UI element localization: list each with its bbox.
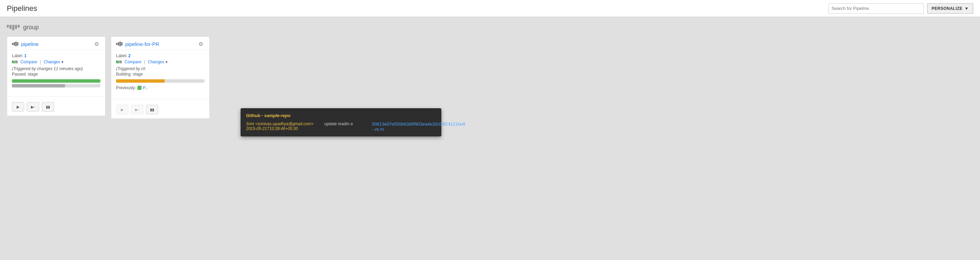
tooltip-hash-suffix[interactable]: m — [380, 127, 384, 132]
pause-button-1[interactable]: ▮▮ — [42, 102, 54, 112]
changes-tooltip: Github - sample-repo Srini <srinivas.upa… — [240, 108, 441, 136]
page-title: Pipelines — [7, 4, 37, 13]
pipeline-icon-2 — [116, 41, 123, 46]
search-input[interactable] — [829, 3, 924, 14]
pause-button-2[interactable]: ▮▮ — [146, 105, 158, 114]
previously-row-2: Previously: P... — [116, 85, 205, 90]
play-button-2[interactable]: ▶ — [116, 105, 128, 114]
pipelines-row: pipeline ⚙ Label: 1 Compare | Changes ▼ — [7, 37, 973, 119]
bar-icon-5 — [18, 25, 20, 27]
status-text-1: Passed: stage — [12, 72, 100, 77]
pipeline-card-2: pipeline-for-PR ⚙ Label: 2 Compare | Cha… — [111, 37, 210, 119]
card-title-area-2: pipeline-for-PR — [116, 41, 159, 47]
progress-area-2 — [116, 79, 205, 83]
bar-icon-3 — [12, 25, 14, 30]
compare-link-1[interactable]: Compare — [21, 59, 37, 64]
compare-icon-2 — [116, 61, 122, 63]
personalize-button[interactable]: PERSONALIZE ▼ — [927, 3, 973, 14]
group-icon — [7, 25, 20, 30]
group-name: group — [23, 24, 39, 31]
compare-icon-1 — [12, 61, 18, 63]
play-button-1[interactable]: ▶ — [12, 102, 24, 112]
group-header: group — [7, 24, 973, 31]
changes-dropdown-arrow-1: ▼ — [61, 60, 64, 64]
pipeline-icon-1 — [12, 41, 18, 46]
prev-link[interactable]: P... — [143, 85, 148, 90]
play-plus-button-2[interactable]: ▶+ — [131, 105, 143, 114]
tooltip-date: 2015-05-21T10:28:46+05:30 — [246, 126, 321, 131]
card-divider-1 — [7, 96, 105, 97]
progress-area-1 — [12, 79, 100, 88]
play-plus-button-1[interactable]: ▶+ — [27, 102, 39, 112]
controls-row-2: ▶ ▶+ ▮▮ — [111, 102, 209, 118]
bar-icon-1 — [7, 25, 9, 27]
pipeline-title-1[interactable]: pipeline — [21, 41, 39, 47]
card-title-area-1: pipeline — [12, 41, 39, 47]
changes-dropdown-arrow-2: ▼ — [165, 60, 169, 64]
label-num-2[interactable]: 2 — [128, 53, 130, 58]
triggered-text-1: (Triggered by changes 11 minutes ago) — [12, 66, 100, 71]
changes-link-2[interactable]: Changes ▼ — [148, 59, 168, 64]
label-row-1: Label: 1 — [12, 53, 100, 58]
label-num-1[interactable]: 1 — [24, 53, 27, 58]
tooltip-hash-link[interactable]: 00613e07e555b63d5f903ea4e32c08f14121fa4f… — [372, 121, 465, 132]
status-text-2: Building: stage — [116, 72, 205, 77]
actions-row-1: Compare | Changes ▼ — [12, 59, 100, 64]
main-content: group pipeline ⚙ Label: 1 — [0, 17, 980, 126]
prev-status-icon — [137, 86, 142, 90]
header-actions: PERSONALIZE ▼ — [829, 3, 973, 14]
progress-bar-2 — [116, 79, 205, 83]
card-body-1: Label: 1 Compare | Changes ▼ (Triggered … — [7, 50, 105, 94]
bar-icon-4 — [15, 25, 17, 29]
card-divider-2 — [111, 99, 209, 99]
tooltip-author-date: Srini <srinivas.upadhya@gmail.com> 2015-… — [246, 121, 321, 131]
tooltip-author: Srini <srinivas.upadhya@gmail.com> — [246, 121, 321, 126]
bar-icon-2 — [10, 25, 11, 29]
card-body-2: Label: 2 Compare | Changes ▼ (Triggered … — [111, 50, 209, 96]
gear-icon-2[interactable]: ⚙ — [198, 41, 205, 47]
chevron-down-icon: ▼ — [965, 6, 969, 11]
card-header-2: pipeline-for-PR ⚙ — [111, 37, 209, 50]
triggered-text-2: (Triggered by ch — [116, 66, 205, 71]
compare-link-2[interactable]: Compare — [124, 59, 141, 64]
progress-fill-1 — [12, 79, 100, 83]
tooltip-row: Srini <srinivas.upadhya@gmail.com> 2015-… — [246, 121, 436, 132]
label-row-2: Label: 2 — [116, 53, 205, 58]
progress-bar-1 — [12, 79, 100, 83]
tooltip-message: update readm e — [324, 121, 369, 126]
controls-row-1: ▶ ▶+ ▮▮ — [7, 99, 105, 116]
progress-fill-2 — [116, 79, 165, 83]
tooltip-title: Github - sample-repo — [246, 113, 436, 118]
pipeline-card-1: pipeline ⚙ Label: 1 Compare | Changes ▼ — [7, 37, 105, 116]
page-header: Pipelines PERSONALIZE ▼ — [0, 0, 980, 17]
pipeline-title-2[interactable]: pipeline-for-PR — [125, 41, 159, 47]
progress-fill-1b — [12, 84, 65, 88]
card-header-1: pipeline ⚙ — [7, 37, 105, 50]
tooltip-hash-area: 00613e07e555b63d5f903ea4e32c08f14121fa4f… — [372, 121, 465, 132]
actions-row-2: Compare | Changes ▼ — [116, 59, 205, 64]
changes-link-1[interactable]: Changes ▼ — [43, 59, 64, 64]
gear-icon-1[interactable]: ⚙ — [94, 41, 100, 47]
progress-bar-1b — [12, 84, 100, 88]
